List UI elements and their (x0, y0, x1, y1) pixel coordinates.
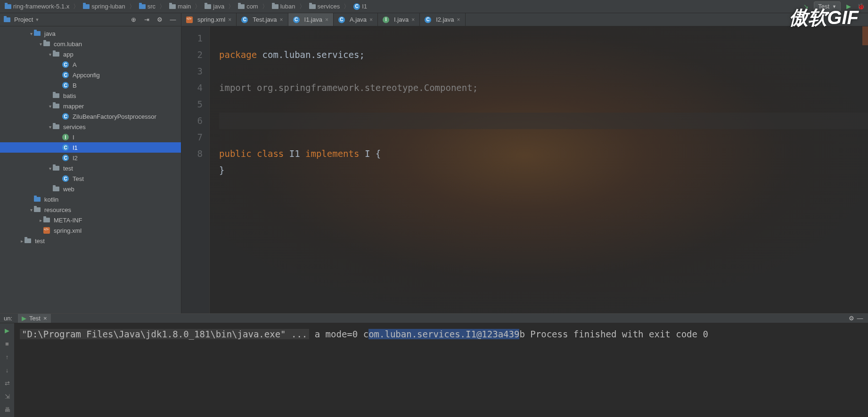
breadcrumb-item[interactable]: ring-framework-5.1.x (3, 2, 71, 11)
breadcrumb-item[interactable]: luban (270, 2, 297, 11)
tree-label: Test (73, 175, 84, 182)
line-number: 7 (181, 129, 203, 146)
breadcrumb-item[interactable]: services (307, 2, 342, 11)
folder-icon (309, 4, 316, 9)
editor-tab[interactable]: CA.java× (334, 13, 378, 26)
folder-icon (53, 104, 59, 108)
project-icon (4, 17, 10, 22)
editor-tab[interactable]: CI1.java× (288, 13, 334, 26)
close-icon[interactable]: × (325, 16, 328, 23)
folder-icon (83, 4, 90, 9)
breadcrumb-label: spring-luban (91, 3, 125, 10)
close-icon[interactable]: × (228, 16, 231, 23)
tree-item[interactable]: ▾services (0, 122, 181, 132)
tree-item[interactable]: batis (0, 90, 181, 101)
tree-item[interactable]: CZiluBeanFactoryPostprocessor (0, 111, 181, 122)
code-text: org.springframework.stereotype.Component… (252, 82, 478, 93)
up-icon[interactable]: ↑ (3, 352, 11, 361)
expand-icon[interactable]: ▸ (19, 238, 25, 244)
scroll-icon[interactable]: ⇲ (3, 392, 11, 401)
run-tab[interactable]: ▶ Test × (18, 314, 50, 323)
gear-icon[interactable]: ⚙ (847, 314, 856, 323)
expand-icon[interactable]: ▾ (28, 31, 34, 36)
tree-item[interactable]: ▾app (0, 49, 181, 59)
hide-icon[interactable]: — (856, 314, 864, 323)
run-header: un: ▶ Test × ⚙ — (0, 314, 868, 323)
chevron-right-icon: 〉 (228, 2, 234, 11)
editor-tab[interactable]: spring.xml× (181, 13, 237, 26)
tree-label: test (63, 165, 73, 172)
hide-icon[interactable]: — (169, 16, 177, 24)
expand-icon[interactable]: ▾ (47, 166, 53, 171)
breadcrumb-label: I1 (362, 3, 367, 10)
tree-item[interactable]: ▸test (0, 236, 181, 246)
tree-item[interactable]: CI1 (0, 142, 181, 153)
chevron-down-icon[interactable]: ▼ (35, 17, 39, 22)
breadcrumb-label: java (213, 3, 224, 10)
tree-label: A (73, 61, 77, 68)
tree-label: app (63, 51, 74, 58)
editor-body[interactable]: 12345678 package com.luban.services; imp… (181, 26, 868, 313)
gear-icon[interactable]: ⚙ (156, 16, 164, 24)
expand-icon[interactable]: ▾ (47, 52, 53, 57)
project-tree: ▾java▾com.luban▾appCACAppconfigCBbatis▾m… (0, 26, 181, 313)
folder-icon (205, 4, 211, 9)
expand-icon[interactable]: ▸ (38, 218, 43, 223)
tree-item[interactable]: II (0, 132, 181, 142)
breadcrumb-item[interactable]: src (137, 2, 157, 11)
tree-item[interactable]: spring.xml (0, 225, 181, 236)
tree-item[interactable]: ▾test (0, 163, 181, 173)
tree-item[interactable]: ▾resources (0, 204, 181, 215)
tree-item[interactable]: CA (0, 59, 181, 70)
tree-item[interactable]: ▾mapper (0, 101, 181, 111)
locate-icon[interactable]: ⊕ (129, 16, 138, 24)
code[interactable]: package com.luban.services; import org.s… (210, 26, 868, 313)
run-output[interactable]: "D:\Program Files\Java\jdk1.8.0_181\bin\… (14, 323, 868, 417)
close-icon[interactable]: × (280, 16, 283, 23)
watermark: 傲软GIF (789, 5, 859, 31)
breadcrumb-item[interactable]: CI1 (352, 2, 369, 11)
close-icon[interactable]: × (369, 16, 373, 23)
tree-label: I (73, 134, 74, 141)
print-icon[interactable]: 🖶 (3, 405, 11, 414)
tree-item[interactable]: web (0, 184, 181, 194)
run-cmd: "D:\Program Files\Java\jdk1.8.0_181\bin\… (20, 329, 309, 339)
chevron-right-icon: 〉 (262, 2, 268, 11)
rerun-icon[interactable]: ▶ (3, 326, 11, 335)
expand-icon[interactable]: ▾ (47, 124, 53, 130)
editor-tab[interactable]: CTest.java× (237, 13, 288, 26)
down-icon[interactable]: ↓ (3, 366, 11, 374)
chevron-right-icon: 〉 (159, 2, 165, 11)
tree-item[interactable]: ▾com.luban (0, 39, 181, 49)
expand-icon[interactable]: ▾ (47, 104, 53, 109)
wrap-icon[interactable]: ⇄ (3, 379, 11, 387)
tree-label: Appconfig (73, 72, 100, 79)
collapse-icon[interactable]: ⇥ (142, 16, 151, 24)
tree-item[interactable]: ▸META-INF (0, 215, 181, 225)
chevron-right-icon: 〉 (299, 2, 305, 11)
tree-item[interactable]: CAppconfig (0, 70, 181, 80)
expand-icon[interactable]: ▾ (28, 207, 34, 213)
close-icon[interactable]: × (457, 16, 460, 23)
editor-scrollbar[interactable] (862, 26, 868, 45)
breadcrumb-label: luban (280, 3, 295, 10)
folder-icon (25, 238, 31, 243)
stop-icon[interactable]: ■ (3, 339, 11, 348)
breadcrumb-item[interactable]: java (203, 2, 226, 11)
breadcrumb-item[interactable]: com (236, 2, 260, 11)
tree-item[interactable]: CB (0, 80, 181, 90)
editor-tab[interactable]: CI2.java× (420, 13, 465, 26)
tree-label: B (73, 82, 77, 89)
editor-tab[interactable]: II.java× (378, 13, 420, 26)
tree-item[interactable]: ▾java (0, 28, 181, 39)
tree-item[interactable]: kotlin (0, 194, 181, 204)
tree-label: META-INF (54, 217, 82, 224)
breadcrumb-item[interactable]: main (167, 2, 193, 11)
tree-item[interactable]: CTest (0, 173, 181, 184)
close-icon[interactable]: × (411, 16, 415, 23)
chevron-right-icon: 〉 (195, 2, 201, 11)
expand-icon[interactable]: ▾ (38, 41, 43, 47)
breadcrumb-item[interactable]: spring-luban (81, 2, 127, 11)
tree-item[interactable]: CI2 (0, 153, 181, 163)
close-icon[interactable]: × (43, 315, 47, 322)
